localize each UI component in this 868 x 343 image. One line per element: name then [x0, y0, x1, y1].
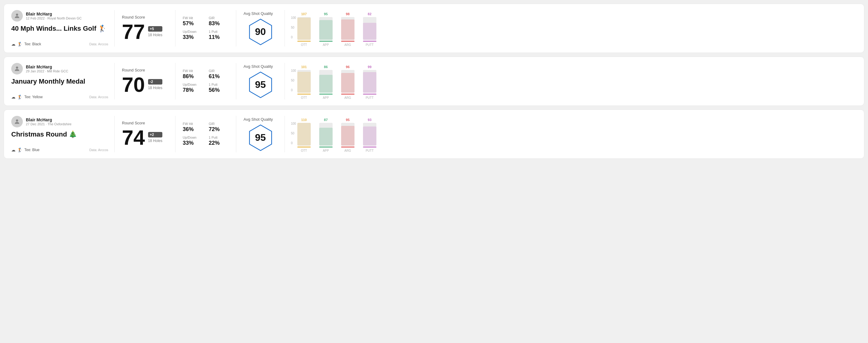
user-details: Blair McHarg 27 Dec 2021 · The Oxfordshi…	[26, 117, 71, 126]
chart-bars: 107 OTT 95 APP 98	[297, 10, 376, 46]
chart-bars: 101 OTT 86 APP 96	[297, 63, 376, 99]
stat-up-down-label: Up/Down	[183, 83, 203, 86]
user-name: Blair McHarg	[26, 64, 68, 69]
score-row: 70 -2 18 Holes	[122, 74, 168, 95]
quality-section: Avg Shot Quality 95	[236, 63, 285, 99]
bar-value: 98	[346, 12, 350, 16]
y-label-0: 0	[291, 36, 296, 39]
hexagon-container: 95	[247, 71, 274, 98]
bar-accent-line	[297, 41, 311, 42]
stats-section: FW Hit 57% GIR 83% Up/Down 33% 1 Putt 11…	[176, 10, 236, 46]
left-section: Blair McHarg 29 Jan 2022 · Mill Ride GCC…	[11, 63, 115, 99]
user-date: 29 Jan 2022 · Mill Ride GCC	[26, 69, 68, 73]
y-label-100: 100	[291, 122, 296, 125]
stats-grid: FW Hit 57% GIR 83% Up/Down 33% 1 Putt 11…	[183, 16, 229, 40]
round-card-round1: Blair McHarg 12 Feb 2022 · Royal North D…	[4, 4, 864, 53]
round-score-label: Round Score	[122, 68, 168, 72]
bar-value: 95	[346, 118, 350, 122]
left-section: Blair McHarg 12 Feb 2022 · Royal North D…	[11, 10, 115, 46]
stat-fw-hit: FW Hit 86%	[183, 69, 203, 80]
quality-label: Avg Shot Quality	[244, 11, 273, 16]
round-title: January Monthly Medal	[11, 77, 108, 86]
chart-section: 100 50 0 107 OTT 95	[285, 10, 857, 46]
score-section: Round Score 77 +5 18 Holes	[115, 10, 176, 46]
stat-one-putt: 1 Putt 11%	[209, 30, 229, 40]
quality-label: Avg Shot Quality	[244, 117, 273, 122]
bar-wrapper	[341, 70, 354, 93]
cloud-icon: ☁	[11, 148, 16, 152]
stat-fw-hit: FW Hit 57%	[183, 16, 203, 27]
y-label-100: 100	[291, 69, 296, 72]
stat-one-putt: 1 Putt 22%	[209, 136, 229, 146]
bar-wrapper	[341, 17, 354, 40]
chart-section: 100 50 0 110 OTT 87	[285, 116, 857, 152]
bar-accent-line	[341, 147, 354, 148]
user-details: Blair McHarg 12 Feb 2022 · Royal North D…	[26, 11, 82, 20]
stat-fw-hit-value: 57%	[183, 20, 203, 27]
score-number: 74	[122, 127, 145, 148]
quality-label: Avg Shot Quality	[244, 64, 273, 69]
tee-label: Tee: Black	[24, 42, 41, 46]
bar-value: 82	[368, 12, 372, 16]
user-name: Blair McHarg	[26, 117, 71, 122]
avatar	[11, 116, 23, 127]
stat-one-putt-label: 1 Putt	[209, 30, 229, 33]
bar-wrapper	[297, 123, 311, 146]
bar-group-app: 87 APP	[319, 118, 333, 152]
stat-gir-value: 83%	[209, 20, 229, 27]
round-card-round2: Blair McHarg 29 Jan 2022 · Mill Ride GCC…	[4, 57, 864, 106]
bar-accent-line	[297, 94, 311, 95]
bar-value: 96	[346, 65, 350, 69]
stat-up-down-value: 33%	[183, 140, 203, 146]
chart-bars: 110 OTT 87 APP 95	[297, 116, 376, 152]
bar-group-putt: 93 PUTT	[363, 118, 376, 152]
stat-gir-label: GIR	[209, 16, 229, 20]
bar-accent-line	[341, 41, 354, 42]
bar-accent-line	[363, 94, 376, 95]
tee-info: ☁ 🏌 Tee: Black	[11, 42, 41, 46]
stat-fw-hit-label: FW Hit	[183, 16, 203, 20]
user-details: Blair McHarg 29 Jan 2022 · Mill Ride GCC	[26, 64, 68, 73]
bar-accent-line	[297, 147, 311, 148]
bar-wrapper	[319, 17, 333, 40]
footer-row: ☁ 🏌 Tee: Black Data: Arccos	[11, 42, 108, 46]
holes-label: 18 Holes	[148, 139, 162, 143]
score-row: 77 +5 18 Holes	[122, 21, 168, 42]
user-icon	[14, 65, 20, 72]
bar-x-label: OTT	[301, 149, 307, 152]
bag-icon: 🏌	[17, 95, 23, 99]
bar-value: 107	[301, 12, 307, 16]
score-details: -2 18 Holes	[148, 79, 162, 90]
bag-icon: 🏌	[17, 42, 23, 46]
user-name: Blair McHarg	[26, 11, 82, 17]
bar-x-label: ARG	[344, 96, 351, 99]
hexagon-score: 95	[255, 79, 266, 90]
bar-fill	[363, 72, 376, 93]
bar-value: 95	[324, 12, 328, 16]
score-number: 70	[122, 74, 145, 95]
score-number: 77	[122, 21, 145, 42]
stat-gir: GIR 72%	[209, 122, 229, 132]
score-modifier: +5	[148, 26, 162, 32]
stat-up-down-label: Up/Down	[183, 30, 203, 33]
bar-accent-line	[319, 41, 333, 42]
stats-section: FW Hit 36% GIR 72% Up/Down 33% 1 Putt 22…	[176, 116, 236, 152]
stats-grid: FW Hit 86% GIR 61% Up/Down 78% 1 Putt 56…	[183, 69, 229, 93]
y-label-0: 0	[291, 142, 296, 145]
score-section: Round Score 70 -2 18 Holes	[115, 63, 176, 99]
bar-wrapper	[363, 123, 376, 146]
hexagon-score: 90	[255, 26, 266, 37]
bar-value: 101	[301, 65, 307, 69]
holes-label: 18 Holes	[148, 86, 162, 90]
bar-value: 87	[324, 118, 328, 122]
bar-accent-line	[363, 147, 376, 148]
bar-group-arg: 98 ARG	[341, 12, 354, 46]
user-info: Blair McHarg 29 Jan 2022 · Mill Ride GCC	[11, 63, 108, 74]
stat-fw-hit: FW Hit 36%	[183, 122, 203, 132]
svg-point-1	[16, 67, 18, 69]
y-label-50: 50	[291, 132, 296, 135]
bar-accent-line	[319, 147, 333, 148]
stat-gir-value: 72%	[209, 126, 229, 132]
data-source: Data: Arccos	[89, 42, 108, 46]
stat-gir: GIR 83%	[209, 16, 229, 27]
